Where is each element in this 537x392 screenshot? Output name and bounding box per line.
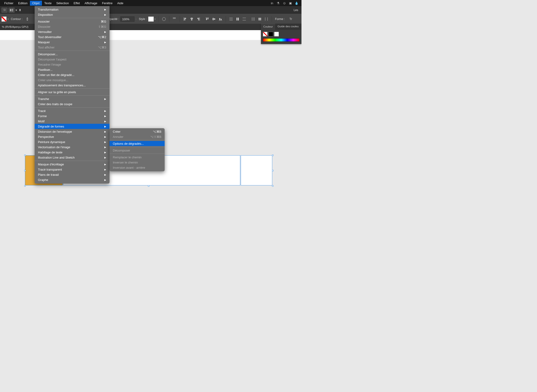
menu-item-aligner-sur-la-grille-en-pixels[interactable]: Aligner sur la grille en pixels: [35, 89, 109, 95]
cloud-icon[interactable]: ⊙: [282, 1, 286, 5]
submenu-arrow-icon: ▶: [104, 179, 106, 181]
menu-edition[interactable]: Edition: [16, 1, 30, 6]
menu-effet[interactable]: Effet: [71, 1, 82, 6]
swatch-none[interactable]: [263, 32, 268, 37]
align-hcenter-icon[interactable]: [189, 16, 194, 22]
contour-label: Contour :: [11, 17, 22, 21]
style-swatch[interactable]: [148, 16, 154, 22]
menu-item-transformation[interactable]: Transformation▶: [35, 7, 109, 12]
stock-button[interactable]: St: [1, 8, 8, 13]
fill-swatch[interactable]: [1, 16, 7, 22]
menu-item-distorsion-de-l-enveloppe[interactable]: Distorsion de l'enveloppe▶: [35, 129, 109, 134]
menu-item-tout-d-verrouiller[interactable]: Tout déverrouiller⌥⌘2: [35, 34, 109, 40]
panels-icon[interactable]: ▣: [288, 1, 293, 5]
menu-separator: [35, 107, 109, 107]
align-top-icon[interactable]: [205, 16, 210, 22]
menu-texte[interactable]: Texte: [42, 1, 54, 6]
tab-guide[interactable]: Guide des couleu: [275, 24, 301, 30]
menu-item-disposition[interactable]: Disposition▶: [35, 12, 109, 17]
menu-item-masque-d-cr-tage[interactable]: Masque d'écrêtage▶: [35, 162, 109, 167]
menu-item-options-de-d-grad-s[interactable]: Options de dégradés...: [109, 141, 165, 146]
menu-item-trac-transparent[interactable]: Tracé transparent▶: [35, 167, 109, 172]
swatch-white[interactable]: [274, 32, 279, 37]
menu-item-perspective[interactable]: Perspective▶: [35, 134, 109, 139]
submenu-arrow-icon: ▶: [104, 98, 106, 100]
search-documents[interactable]: Les: [292, 8, 300, 12]
menu-item-label: Perspective: [38, 135, 103, 139]
menu-item-motif[interactable]: Motif▶: [35, 119, 109, 124]
invision-icon[interactable]: in: [270, 1, 274, 5]
tab-couleur[interactable]: Couleur: [261, 24, 275, 30]
svg-rect-19: [213, 18, 214, 20]
svg-rect-11: [191, 19, 192, 20]
menu-fenetre[interactable]: Fenêtre: [100, 1, 115, 6]
recolor-icon[interactable]: [161, 16, 166, 22]
menu-item-illustration-line-and-sketch[interactable]: Illustration Line and Sketch▶: [35, 155, 109, 160]
menu-selection[interactable]: Sélection: [54, 1, 71, 6]
handle-e[interactable]: [272, 170, 273, 171]
handle-s[interactable]: [148, 185, 149, 187]
align-left-icon[interactable]: [183, 16, 188, 22]
dist-vcenter-icon[interactable]: [235, 16, 240, 22]
arrange-button[interactable]: [9, 8, 14, 13]
flask-icon[interactable]: ⚗: [276, 1, 280, 5]
swatch-black[interactable]: [268, 32, 273, 37]
menu-item-shortcut: ⌥⌘B: [153, 130, 161, 133]
fill-caret[interactable]: ▾: [7, 17, 10, 21]
menu-item-aplatissement-des-transparences[interactable]: Aplatissement des transparences...: [35, 83, 109, 88]
handle-ne[interactable]: [272, 154, 273, 156]
menu-item-peinture-dynamique[interactable]: Peinture dynamique▶: [35, 139, 109, 145]
menu-item-graphe[interactable]: Graphe▶: [35, 177, 109, 182]
stroke-stepper[interactable]: [25, 16, 30, 22]
handle-w[interactable]: [24, 170, 26, 171]
menu-item-shortcut: ⇧⌘G: [98, 25, 106, 28]
gpu-icon[interactable]: [17, 8, 23, 13]
drop-icon[interactable]: 💧: [295, 1, 299, 5]
menu-item-plans-de-travail[interactable]: Plans de travail▶: [35, 172, 109, 177]
menu-objet[interactable]: Objet: [30, 1, 42, 6]
menu-item-label: Créer un filet de dégradé...: [38, 73, 106, 77]
handle-sw[interactable]: [24, 185, 26, 187]
menu-item-label: Verrouiller: [38, 30, 103, 34]
dist-left-icon[interactable]: [251, 16, 256, 22]
submenu-arrow-icon: ▶: [104, 14, 106, 16]
menu-item-habillage-de-texte[interactable]: Habillage de texte▶: [35, 150, 109, 155]
menu-item-masquer[interactable]: Masquer▶: [35, 40, 109, 45]
handle-nw[interactable]: [24, 154, 26, 156]
handle-se[interactable]: [272, 185, 273, 187]
menu-item-d-composer-l-aspect: Décomposer l'aspect: [35, 57, 109, 62]
align-bottom-icon[interactable]: [218, 16, 223, 22]
opacity-input[interactable]: 100%: [120, 16, 134, 22]
dist-right-icon[interactable]: [264, 16, 269, 22]
dist-top-icon[interactable]: [228, 16, 234, 22]
menu-aide[interactable]: Aide: [115, 1, 126, 6]
menu-item-verrouiller[interactable]: Verrouiller▶: [35, 29, 109, 34]
menubar: Fichier Edition Objet Texte Sélection Ef…: [0, 0, 301, 6]
align-vcenter-icon[interactable]: [211, 16, 216, 22]
dist-hcenter-icon[interactable]: [257, 16, 262, 22]
color-spectrum[interactable]: [263, 38, 299, 42]
align-right-icon[interactable]: [196, 16, 201, 22]
degrade-submenu: Créer⌥⌘BAnnuler⌥⇧⌘BOptions de dégradés..…: [109, 128, 165, 171]
menu-item-label: Vectorisation de l'image: [38, 145, 103, 149]
shape-right[interactable]: [241, 155, 272, 185]
menu-affichage[interactable]: Affichage: [82, 1, 100, 6]
menu-item-cr-er-des-traits-de-coupe[interactable]: Créer des traits de coupe: [35, 101, 109, 107]
menu-item-d-grad-de-formes[interactable]: Dégradé de formes▶: [35, 124, 109, 129]
menu-item-cr-er-un-filet-de-d-grad[interactable]: Créer un filet de dégradé...: [35, 72, 109, 77]
menu-item-cr-er[interactable]: Créer⌥⌘B: [109, 129, 165, 134]
transform-label[interactable]: Tr: [290, 17, 292, 21]
menu-item-vectorisation-de-l-image[interactable]: Vectorisation de l'image▶: [35, 145, 109, 150]
menu-item-associer[interactable]: Associer⌘G: [35, 19, 109, 24]
style-caret[interactable]: ▾: [154, 17, 157, 21]
menu-separator: [35, 18, 109, 18]
opacity-caret[interactable]: ›: [134, 17, 137, 21]
menu-item-trac[interactable]: Tracé▶: [35, 108, 109, 113]
align-options-icon[interactable]: [172, 16, 177, 22]
dist-bottom-icon[interactable]: [242, 16, 247, 22]
menu-fichier[interactable]: Fichier: [2, 1, 16, 6]
menu-item-d-composer[interactable]: Décomposer...: [35, 51, 109, 57]
menu-item-forme[interactable]: Forme▶: [35, 113, 109, 119]
menu-item-tranche[interactable]: Tranche▶: [35, 96, 109, 101]
menu-item-pixelliser[interactable]: Pixelliser...: [35, 67, 109, 72]
